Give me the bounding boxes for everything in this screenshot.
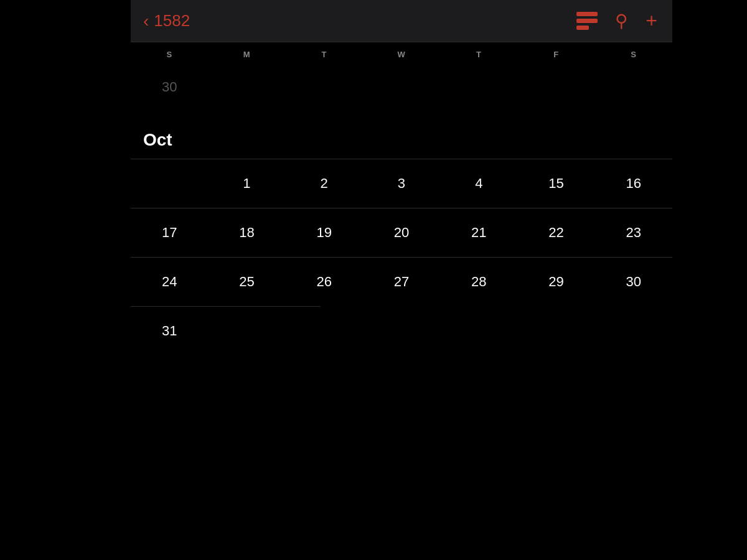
- day-cell-oct-w4-m: [208, 315, 285, 347]
- oct-week-2: 17 18 19 20 21 22 23: [131, 208, 672, 257]
- day-cell-oct-w4-t: [286, 315, 363, 347]
- day-cell-oct-26[interactable]: 26: [286, 266, 363, 297]
- day-cell-oct-24[interactable]: 24: [131, 266, 208, 297]
- day-header-sun: S: [131, 47, 208, 62]
- day-cell-oct-23[interactable]: 23: [595, 217, 672, 248]
- grid-icon-row2: [576, 19, 598, 23]
- day-header-mon: M: [208, 47, 285, 62]
- search-button[interactable]: ⚲: [615, 11, 628, 31]
- day-cell-empty2: [286, 72, 363, 103]
- day-cell-oct-17[interactable]: 17: [131, 217, 208, 248]
- screen: ‹ 1582 ⚲ + S M T W T F S: [0, 0, 747, 560]
- day-cell-oct-2[interactable]: 2: [286, 168, 363, 199]
- day-cell-oct-18[interactable]: 18: [208, 217, 285, 248]
- day-cell-oct-20[interactable]: 20: [363, 217, 440, 248]
- day-cell-empty1: [208, 72, 285, 103]
- day-header-fri: F: [517, 47, 594, 62]
- day-cell-oct-16[interactable]: 16: [595, 168, 672, 199]
- day-cell-oct-29[interactable]: 29: [517, 266, 594, 297]
- oct-week-4: 31: [131, 307, 672, 355]
- day-cell-oct-w4-th: [440, 315, 517, 347]
- day-cell-oct-15[interactable]: 15: [517, 168, 594, 199]
- day-cell-oct-w4-w: [363, 315, 440, 347]
- oct-week-1: 1 2 3 4 15 16: [131, 159, 672, 208]
- day-cell-oct-27[interactable]: 27: [363, 266, 440, 297]
- day-headers: S M T W T F S: [131, 42, 672, 65]
- nav-left: ‹ 1582: [143, 11, 190, 30]
- day-cell-oct-19[interactable]: 19: [286, 217, 363, 248]
- day-cell-empty4: [440, 72, 517, 103]
- oct-week-3: 24 25 26 27 28 29 30: [131, 258, 672, 306]
- calendar-body: 30 Oct 1 2 3 4 15: [131, 65, 672, 355]
- day-cell-oct-28[interactable]: 28: [440, 266, 517, 297]
- day-cell-oct-21[interactable]: 21: [440, 217, 517, 248]
- nav-right: ⚲ +: [576, 9, 657, 32]
- day-cell-oct-22[interactable]: 22: [517, 217, 594, 248]
- add-button[interactable]: +: [646, 9, 657, 32]
- day-cell-oct-30[interactable]: 30: [595, 266, 672, 297]
- day-cell-empty6: [595, 72, 672, 103]
- day-cell-oct-31[interactable]: 31: [131, 315, 208, 347]
- back-button[interactable]: ‹: [143, 12, 149, 30]
- day-cell-oct-w4-f: [517, 315, 594, 347]
- grid-icon-row3: [576, 26, 589, 30]
- sep-trailing-week: 30: [131, 65, 672, 115]
- day-header-wed: W: [363, 47, 440, 62]
- grid-icon-row1: [576, 12, 598, 16]
- day-header-tue: T: [286, 47, 363, 62]
- day-cell-oct-1[interactable]: 1: [208, 168, 285, 199]
- day-cell-empty5: [517, 72, 594, 103]
- day-cell-oct-4[interactable]: 4: [440, 168, 517, 199]
- day-cell-oct-3[interactable]: 3: [363, 168, 440, 199]
- day-cell-oct-w4-s: [595, 315, 672, 347]
- year-label[interactable]: 1582: [154, 11, 190, 30]
- day-cell-empty3: [363, 72, 440, 103]
- day-header-thu: T: [440, 47, 517, 62]
- day-header-sat: S: [595, 47, 672, 62]
- day-cell-oct-w1-s: [131, 168, 208, 199]
- calendar-window: ‹ 1582 ⚲ + S M T W T F S: [131, 0, 672, 560]
- october-label: Oct: [131, 130, 363, 154]
- day-cell-sep-30[interactable]: 30: [131, 72, 208, 103]
- grid-view-button[interactable]: [576, 12, 598, 30]
- day-cell-oct-25[interactable]: 25: [208, 266, 285, 297]
- nav-bar: ‹ 1582 ⚲ +: [131, 0, 672, 42]
- month-label-row: Oct: [131, 115, 672, 159]
